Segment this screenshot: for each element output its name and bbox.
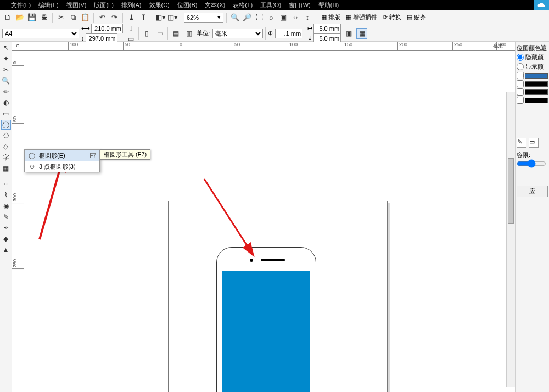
paste-button[interactable]: 📋: [80, 12, 91, 23]
apply-button[interactable]: 应: [517, 186, 548, 197]
smart-fill-tool[interactable]: ◐: [1, 98, 11, 108]
menu-bitmap[interactable]: 位图(B): [177, 1, 198, 9]
copy-button[interactable]: ⧉: [68, 12, 79, 23]
canvas-area[interactable]: ⊕ 100 50 0 50 100 150 200 250 300 毫米 0 5…: [12, 42, 515, 392]
zoom-out-icon[interactable]: 🔎: [242, 12, 253, 23]
menu-view[interactable]: 视图(V): [66, 1, 87, 9]
separator: [305, 27, 305, 40]
ellipse-tool[interactable]: ◯: [1, 120, 11, 130]
blend-tool[interactable]: ◉: [1, 201, 11, 211]
dimension-tool[interactable]: ↔: [1, 179, 11, 189]
menu-effects[interactable]: 效果(C): [149, 1, 170, 9]
menu-layout[interactable]: 版面(L): [94, 1, 113, 9]
connector-tool[interactable]: ⌇: [1, 190, 11, 200]
tolerance-slider[interactable]: [517, 159, 546, 168]
hide-colors-radio[interactable]: 隐藏颜: [517, 53, 548, 61]
export-button[interactable]: ⤒: [138, 12, 149, 23]
landscape2-button[interactable]: ▭: [154, 28, 165, 39]
menu-window[interactable]: 窗口(W): [289, 1, 311, 9]
table-tool[interactable]: ▦: [1, 164, 11, 173]
zoom-all-icon[interactable]: ⌕: [266, 12, 277, 23]
edit-color-button[interactable]: ▭: [529, 138, 539, 148]
scrollbar-thumb[interactable]: [508, 158, 514, 224]
basic-shapes-tool[interactable]: ◇: [1, 142, 11, 152]
save-button[interactable]: 💾: [26, 12, 37, 23]
polygon-tool[interactable]: ⬠: [1, 131, 11, 141]
nudge-icon: ⊕: [268, 30, 273, 37]
color-swatch-row[interactable]: [517, 88, 548, 96]
eyedropper-button[interactable]: ✎: [517, 138, 526, 148]
undo-button[interactable]: ↶: [97, 12, 108, 23]
zoom-selection-icon[interactable]: ⛶: [254, 12, 265, 23]
color-swatch-row[interactable]: [517, 80, 548, 87]
zoom-width-icon[interactable]: ↔: [290, 12, 301, 23]
menu-help[interactable]: 帮助(H): [318, 1, 339, 9]
ruler-unit-label: 毫米: [493, 43, 503, 50]
nudge-input[interactable]: [275, 29, 302, 38]
pick-tool[interactable]: ↖: [1, 43, 11, 53]
zoom-height-icon[interactable]: ↕: [302, 12, 313, 23]
menu-edit[interactable]: 编辑(E): [38, 1, 59, 9]
cloud-icon[interactable]: [534, 0, 549, 10]
fill-tool[interactable]: ◆: [1, 234, 11, 244]
paiban-button[interactable]: ▦排版: [319, 12, 343, 23]
eyedropper-tool[interactable]: ✎: [1, 212, 11, 222]
ruler-origin[interactable]: ⊕: [12, 42, 24, 51]
unit-label: 单位:: [197, 29, 210, 37]
open-button[interactable]: 📂: [14, 12, 25, 23]
menu-file[interactable]: 文件(F): [11, 1, 31, 9]
snap-button[interactable]: ▦: [356, 28, 367, 39]
welcome-icon[interactable]: ◫▾: [167, 12, 178, 23]
menu-arrange[interactable]: 排列(A): [121, 1, 142, 9]
app-launcher-icon[interactable]: ◧▾: [155, 12, 166, 23]
portrait2-button[interactable]: ▯: [141, 28, 152, 39]
menu-tools[interactable]: 工具(O): [260, 1, 281, 9]
menu-text[interactable]: 文本(X): [205, 1, 225, 9]
print-button[interactable]: 🖶: [38, 12, 49, 23]
import-button[interactable]: ⤓: [126, 12, 137, 23]
rectangle-tool[interactable]: ▭: [1, 109, 11, 119]
page-width-input[interactable]: [91, 24, 123, 33]
horizontal-ruler[interactable]: 100 50 0 50 100 150 200 250 300: [24, 42, 515, 51]
color-swatch-row[interactable]: [517, 72, 548, 79]
align-button[interactable]: ▤贴齐: [405, 12, 428, 23]
phone-shape[interactable]: [216, 247, 316, 392]
width-icon: ⟷: [81, 25, 90, 32]
interactive-fill-tool[interactable]: ▲: [1, 245, 11, 255]
redo-button[interactable]: ↷: [109, 12, 120, 23]
vertical-ruler[interactable]: 0 50 300 250: [12, 51, 24, 392]
annotation-arrow-1: [18, 124, 83, 245]
vertical-scrollbar[interactable]: [506, 92, 515, 387]
menu-table[interactable]: 表格(T): [233, 1, 253, 9]
zoom-in-icon[interactable]: 🔍: [229, 12, 240, 23]
all-pages-icon[interactable]: ▤: [170, 28, 181, 39]
dup-x-icon: ↦: [307, 25, 312, 32]
convert-button[interactable]: ⟳转换: [380, 12, 404, 23]
chevron-down-icon: ▾: [217, 14, 221, 21]
zoom-level-combo[interactable]: 62%▾: [184, 13, 223, 23]
flyout-item-3pt-ellipse[interactable]: ⊙ 3 点椭圆形(3): [25, 161, 99, 172]
freehand-tool[interactable]: ✏: [1, 87, 11, 97]
new-button[interactable]: 🗋: [2, 12, 13, 23]
cut-button[interactable]: ✂: [55, 12, 66, 23]
ruler-tick: 0: [12, 61, 24, 66]
duplicate-x-input[interactable]: [313, 24, 341, 33]
property-toolbar: A4 ⟷ ↕ ▯ ▭ ▯ ▭ ▤ ▥ 单位: 毫米 ⊕ ↦ ↧ ▣ ▦: [0, 25, 549, 42]
zoom-page-icon[interactable]: ▣: [278, 12, 289, 23]
phone-speaker-slot: [261, 259, 285, 261]
unit-select[interactable]: 毫米: [212, 29, 263, 38]
plugin-button[interactable]: ▦增强插件: [344, 12, 379, 23]
color-swatch-row[interactable]: [517, 97, 548, 104]
ruler-tick: 100: [288, 42, 298, 51]
paper-size-select[interactable]: A4: [2, 29, 79, 38]
text-tool[interactable]: 字: [1, 153, 11, 163]
show-colors-radio[interactable]: 显示颜: [517, 63, 548, 71]
portrait-button[interactable]: ▯: [125, 23, 136, 33]
zoom-tool[interactable]: 🔍: [1, 76, 11, 86]
outline-tool[interactable]: ✒: [1, 223, 11, 233]
flyout-item-ellipse[interactable]: ◯ 椭圆形(E) F7: [25, 150, 99, 161]
treat-as-filled-button[interactable]: ▣: [343, 28, 354, 39]
shape-tool[interactable]: ✦: [1, 54, 11, 64]
crop-tool[interactable]: ✂: [1, 65, 11, 75]
current-page-icon[interactable]: ▥: [183, 28, 194, 39]
